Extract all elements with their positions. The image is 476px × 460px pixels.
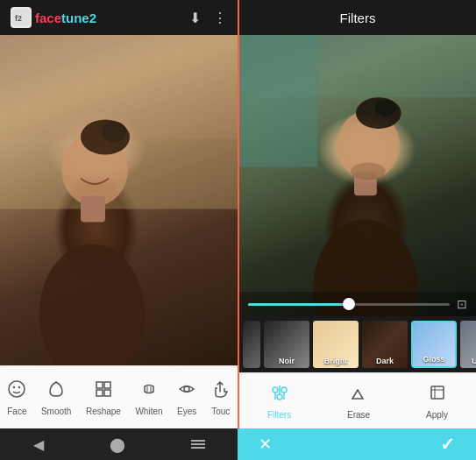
confirm-icon[interactable]: ✓ xyxy=(440,434,455,455)
svg-rect-13 xyxy=(104,382,110,388)
filter-urban[interactable]: Urban xyxy=(460,321,476,368)
filter-gloss-label: Gloss xyxy=(413,355,455,364)
svg-point-26 xyxy=(351,163,386,180)
filters-action-label: Filters xyxy=(267,410,291,420)
slider-fill xyxy=(248,303,349,306)
svg-point-29 xyxy=(277,394,282,400)
logo: f2 facetune2 xyxy=(11,7,96,28)
svg-point-9 xyxy=(9,381,25,397)
smooth-label: Smooth xyxy=(41,407,71,416)
filters-title: Filters xyxy=(340,11,376,25)
touch-icon xyxy=(211,379,231,403)
face-label: Face xyxy=(7,407,26,416)
main-area: f2 facetune2 ⬇ ⋮ xyxy=(0,0,476,428)
whiten-label: Whiten xyxy=(135,407,162,416)
left-header: f2 facetune2 ⬇ ⋮ xyxy=(0,0,238,35)
right-panel: Filters xyxy=(238,0,476,428)
tool-eyes[interactable]: Eyes xyxy=(177,379,196,416)
eyes-label: Eyes xyxy=(177,407,196,416)
svg-point-27 xyxy=(273,387,278,393)
filter-bright[interactable]: Bright xyxy=(313,321,359,368)
reshape-label: Reshape xyxy=(86,407,121,416)
svg-point-24 xyxy=(375,99,396,117)
action-filters[interactable]: Filters xyxy=(267,383,291,420)
right-actions: Filters Erase Apply xyxy=(239,372,476,428)
erase-action-label: Erase xyxy=(347,410,370,420)
left-bottom-bar: Face Smooth Reshape Whiten xyxy=(0,365,238,428)
filter-noir-label: Noir xyxy=(264,357,309,365)
tool-smooth[interactable]: Smooth xyxy=(41,379,71,416)
bottom-left-nav: ◀ ⬤ xyxy=(0,428,238,460)
download-icon[interactable]: ⬇ xyxy=(189,10,201,26)
filter-dark-label: Dark xyxy=(362,357,408,365)
svg-point-10 xyxy=(13,386,15,387)
menu-icon[interactable] xyxy=(191,436,205,452)
face-icon xyxy=(7,379,26,403)
action-apply[interactable]: Apply xyxy=(426,383,448,420)
svg-rect-34 xyxy=(191,440,205,442)
svg-point-4 xyxy=(39,244,145,366)
back-icon[interactable]: ◀ xyxy=(33,436,44,453)
right-header: Filters xyxy=(239,0,476,35)
left-image xyxy=(0,35,238,365)
svg-rect-20 xyxy=(239,35,476,97)
right-image: ⊡ xyxy=(239,35,476,316)
home-icon[interactable]: ⬤ xyxy=(110,436,125,453)
cancel-icon[interactable]: ✕ xyxy=(259,435,272,454)
action-erase[interactable]: Erase xyxy=(347,383,370,420)
touch-label: Touc xyxy=(211,407,230,416)
bottom-right-nav: ✕ ✓ xyxy=(238,428,476,460)
tool-reshape[interactable]: Reshape xyxy=(86,379,121,416)
svg-rect-36 xyxy=(191,447,205,449)
svg-point-18 xyxy=(184,386,189,392)
erase-action-icon xyxy=(349,383,368,407)
filter-partial[interactable] xyxy=(243,321,260,368)
filter-urban-label: Urban xyxy=(460,357,476,365)
more-icon[interactable]: ⋮ xyxy=(213,10,227,26)
apply-action-label: Apply xyxy=(426,410,448,420)
eyes-icon xyxy=(177,379,196,403)
tool-face[interactable]: Face xyxy=(7,379,26,416)
filter-noir[interactable]: Noir xyxy=(264,321,309,368)
tool-whiten[interactable]: Whiten xyxy=(135,379,162,416)
header-icons: ⬇ ⋮ xyxy=(189,10,227,26)
reshape-icon xyxy=(94,379,113,403)
svg-point-11 xyxy=(18,386,20,387)
svg-text:f2: f2 xyxy=(15,14,22,23)
filter-strip: Noir Bright Dark Gloss Urban xyxy=(239,316,476,372)
slider-container: ⊡ xyxy=(239,292,476,316)
apply-action-icon xyxy=(428,383,447,407)
svg-point-28 xyxy=(281,387,287,393)
svg-rect-15 xyxy=(104,390,110,396)
filter-bright-label: Bright xyxy=(313,357,359,365)
bottom-area: ◀ ⬤ ✕ ✓ xyxy=(0,428,476,460)
left-panel: f2 facetune2 ⬇ ⋮ xyxy=(0,0,238,428)
smooth-icon xyxy=(46,379,66,403)
slider-track[interactable] xyxy=(248,303,450,306)
svg-rect-35 xyxy=(191,443,205,445)
whiten-icon xyxy=(139,379,159,403)
filter-dark[interactable]: Dark xyxy=(362,321,408,368)
svg-rect-12 xyxy=(96,382,103,388)
svg-rect-14 xyxy=(96,390,103,396)
logo-icon: f2 xyxy=(11,7,32,28)
slider-icon: ⊡ xyxy=(457,297,467,311)
logo-text: facetune2 xyxy=(35,11,96,25)
tool-touch[interactable]: Touc xyxy=(211,379,231,416)
svg-rect-8 xyxy=(81,196,105,223)
slider-thumb[interactable] xyxy=(343,298,355,310)
svg-point-7 xyxy=(102,122,126,143)
svg-rect-33 xyxy=(431,386,444,399)
filters-action-icon xyxy=(270,383,289,407)
filter-gloss[interactable]: Gloss xyxy=(411,321,457,368)
